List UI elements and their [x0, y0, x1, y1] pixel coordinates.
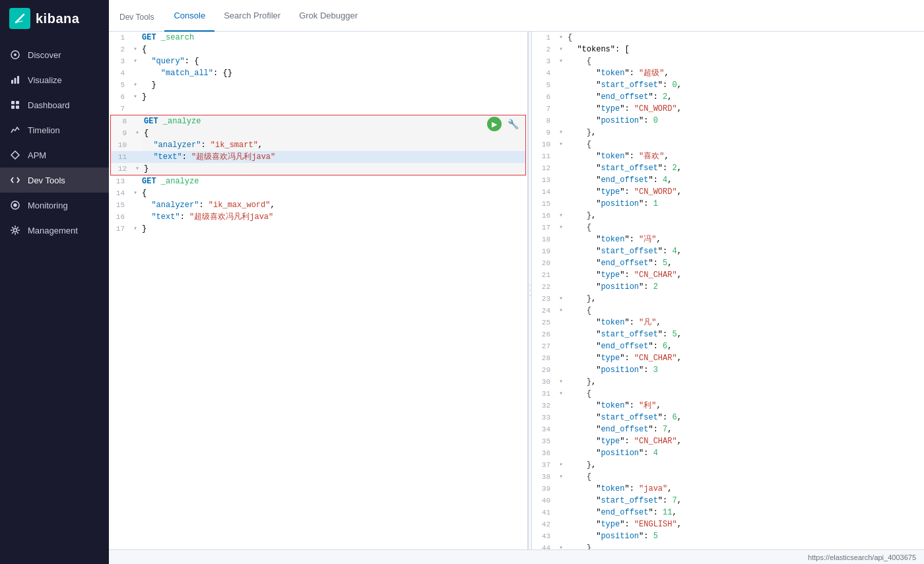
- sidebar-label-discover: Discover: [28, 50, 61, 60]
- editor-line-8: 8 GET _analyze: [111, 115, 525, 127]
- svg-marker-9: [11, 151, 19, 159]
- editor-line-14: 14 ▾ {: [109, 187, 527, 199]
- sidebar-label-apm: APM: [28, 150, 46, 160]
- output-line: 24▾ {: [532, 305, 924, 317]
- svg-point-1: [14, 53, 16, 56]
- editor-line-17: 17 ▾ }: [109, 223, 527, 235]
- output-line: 36 "position": 4: [532, 447, 924, 459]
- fold-3[interactable]: ▾: [130, 55, 141, 67]
- output-line: 43 "position": 5: [532, 530, 924, 542]
- run-button[interactable]: ▶: [487, 117, 502, 131]
- fold-6[interactable]: ▾: [130, 91, 141, 103]
- output-line: 1▾{: [532, 32, 924, 44]
- editor-line-16: 16 "text": "超级喜欢冯凡利java": [109, 211, 527, 223]
- main-content: Dev Tools Console Search Profiler Grok D…: [109, 0, 924, 564]
- sidebar-item-visualize[interactable]: Visualize: [0, 67, 109, 92]
- output-line: 26 "start_offset": 5,: [532, 329, 924, 340]
- sidebar-item-management[interactable]: Management: [0, 218, 109, 243]
- monitoring-icon: [9, 199, 21, 211]
- output-line: 2▾ "tokens": [: [532, 44, 924, 55]
- output-line: 12 "start_offset": 2,: [532, 162, 924, 174]
- editor-line-4: 4 "match_all": {}: [109, 67, 527, 79]
- svg-point-11: [14, 204, 16, 206]
- output-lines: 1▾{2▾ "tokens": [3▾ {4 "token": "超级",5 "…: [532, 32, 924, 549]
- output-line: 11 "token": "喜欢",: [532, 150, 924, 162]
- output-line: 25 "token": "凡",: [532, 317, 924, 329]
- tab-search-profiler[interactable]: Search Profiler: [214, 1, 290, 32]
- editor-container: 1 GET _search 2 ▾ { 3 ▾ "query": {: [109, 32, 924, 549]
- output-line: 21 "type": "CN_CHAR",: [532, 269, 924, 281]
- editor-line-1: 1 GET _search: [109, 32, 527, 44]
- output-line: 6 "end_offset": 2,: [532, 91, 924, 103]
- fold-5[interactable]: ▾: [130, 79, 141, 91]
- sidebar-label-dashboard: Dashboard: [28, 100, 70, 110]
- editor-line-12: 12 ▾ }: [111, 163, 525, 175]
- editor-pane[interactable]: 1 GET _search 2 ▾ { 3 ▾ "query": {: [109, 32, 528, 549]
- sidebar-item-timelion[interactable]: Timelion: [0, 117, 109, 142]
- sidebar-item-devtools[interactable]: Dev Tools: [0, 168, 109, 193]
- svg-rect-7: [11, 106, 15, 109]
- output-line: 15 "position": 1: [532, 198, 924, 210]
- output-line: 13 "end_offset": 4,: [532, 174, 924, 186]
- management-icon: [9, 224, 21, 236]
- devtools-icon: [9, 174, 21, 186]
- sidebar-item-apm[interactable]: APM: [0, 142, 109, 168]
- editor-line-15: 15 "analyzer": "ik_max_word",: [109, 199, 527, 211]
- kibana-logo-icon: [9, 8, 30, 29]
- apm-icon: [9, 149, 21, 161]
- tab-console[interactable]: Console: [164, 1, 214, 32]
- output-line: 33 "start_offset": 6,: [532, 412, 924, 423]
- sidebar-item-discover[interactable]: Discover: [0, 42, 109, 67]
- output-line: 4 "token": "超级",: [532, 67, 924, 79]
- output-line: 8 "position": 0: [532, 115, 924, 127]
- svg-rect-3: [15, 78, 16, 84]
- output-line: 28 "type": "CN_CHAR",: [532, 352, 924, 364]
- tabs: Console Search Profiler Grok Debugger: [164, 0, 367, 31]
- output-line: 29 "position": 3: [532, 364, 924, 376]
- svg-point-12: [14, 229, 17, 232]
- sidebar-item-dashboard[interactable]: Dashboard: [0, 92, 109, 117]
- output-line: 23▾ },: [532, 293, 924, 305]
- output-line: 17▾ {: [532, 222, 924, 234]
- editor-line-11: 11 "text": "超级喜欢冯凡利java": [111, 151, 525, 163]
- wrench-button[interactable]: 🔧: [506, 117, 520, 131]
- output-line: 14 "type": "CN_WORD",: [532, 186, 924, 198]
- editor-line-13: 13 GET _analyze: [109, 175, 527, 187]
- editor-line-6: 6 ▾ }: [109, 91, 527, 103]
- output-line: 16▾ },: [532, 210, 924, 222]
- output-line: 5 "start_offset": 0,: [532, 79, 924, 91]
- editor-line-10: 10 "analyzer": "ik_smart",: [111, 139, 525, 151]
- tab-grok-debugger[interactable]: Grok Debugger: [290, 1, 367, 32]
- output-line: 19 "start_offset": 4,: [532, 245, 924, 257]
- output-line: 34 "end_offset": 7,: [532, 423, 924, 435]
- output-line: 3▾ {: [532, 55, 924, 67]
- breadcrumb: Dev Tools: [119, 13, 154, 31]
- dashboard-icon: [9, 99, 21, 111]
- sidebar-label-timelion: Timelion: [28, 125, 60, 135]
- highlighted-block: ▶ 🔧 8 GET _analyze 9 ▾ {: [110, 115, 526, 175]
- action-buttons: ▶ 🔧: [487, 117, 520, 131]
- kibana-logo-text: kibana: [36, 11, 79, 26]
- editor-line-5: 5 ▾ }: [109, 79, 527, 91]
- output-line: 30▾ },: [532, 376, 924, 388]
- editor-line-3: 3 ▾ "query": {: [109, 55, 527, 67]
- output-pane: 1▾{2▾ "tokens": [3▾ {4 "token": "超级",5 "…: [532, 32, 924, 549]
- discover-icon: [9, 49, 21, 61]
- logo: kibana: [0, 0, 109, 37]
- fold-2[interactable]: ▾: [130, 44, 141, 55]
- output-line: 20 "end_offset": 5,: [532, 257, 924, 269]
- svg-rect-2: [11, 80, 13, 84]
- sidebar-label-visualize: Visualize: [28, 75, 62, 85]
- editor-line-9: 9 ▾ {: [111, 127, 525, 139]
- sidebar-item-monitoring[interactable]: Monitoring: [0, 193, 109, 218]
- output-line: 44▾ }: [532, 542, 924, 549]
- svg-rect-8: [16, 106, 19, 109]
- output-line: 9▾ },: [532, 127, 924, 139]
- sidebar-label-monitoring: Monitoring: [28, 201, 68, 210]
- output-line: 18 "token": "冯",: [532, 234, 924, 245]
- visualize-icon: [9, 74, 21, 86]
- svg-rect-4: [17, 76, 19, 84]
- sidebar-label-devtools: Dev Tools: [28, 175, 65, 185]
- timelion-icon: [9, 124, 21, 136]
- output-line: 38▾ {: [532, 471, 924, 483]
